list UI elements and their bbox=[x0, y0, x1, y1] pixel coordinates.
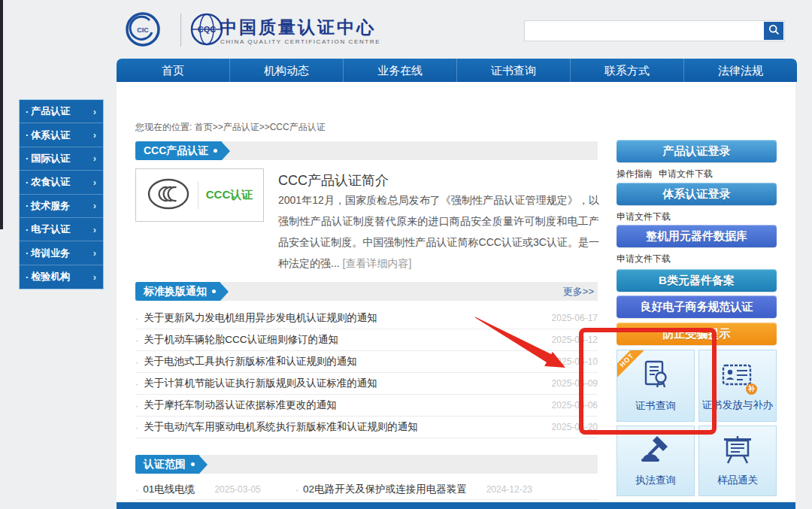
cic-logo-text: CIC bbox=[137, 26, 149, 34]
card-label: 证书发放与补办 bbox=[702, 398, 774, 412]
bullet: · bbox=[135, 484, 138, 495]
section-band-ccc: CCC产品认证 bbox=[135, 141, 598, 160]
section-band-notices: 标准换版通知 更多>> bbox=[135, 282, 598, 301]
product-cert-login-button[interactable]: 产品认证登录 bbox=[617, 140, 777, 162]
chevron-right-icon: › bbox=[93, 106, 96, 117]
search-button[interactable] bbox=[764, 22, 783, 40]
operation-guide-link[interactable]: 操作指南 bbox=[617, 168, 653, 180]
sidebar-item-label: 农食认证 bbox=[31, 175, 92, 189]
display-board-icon bbox=[721, 435, 754, 468]
chevron-right-icon: › bbox=[93, 129, 96, 141]
b-class-component-button[interactable]: B类元器件备案 bbox=[617, 269, 777, 292]
more-link[interactable]: 更多>> bbox=[563, 285, 594, 298]
bullet: · bbox=[295, 484, 298, 495]
notice-title: 关于摩托车制动器认证依据标准更改的通知 bbox=[144, 398, 545, 412]
notice-row[interactable]: · 关于计算机节能认证执行新版规则及认证标准的通知 2025-06-09 bbox=[135, 373, 598, 395]
chevron-right-icon: › bbox=[93, 200, 96, 211]
download-link[interactable]: 申请文件下载 bbox=[659, 168, 713, 180]
logo-divider bbox=[180, 14, 181, 47]
notice-row[interactable]: · 关于摩托车制动器认证依据标准更改的通知 2025-06-06 bbox=[135, 395, 598, 417]
ccc-mark-caption: CCC认证 bbox=[206, 188, 253, 202]
section-tab-ccc[interactable]: CCC产品认证 bbox=[135, 141, 222, 160]
sidebar-item-agrifood-cert[interactable]: · 农食认证 › bbox=[20, 171, 103, 194]
scope-title: 02电路开关及保护或连接用电器装置 bbox=[303, 483, 467, 496]
ccc-mark-icon bbox=[147, 177, 190, 214]
card-label: 证书查询 bbox=[635, 399, 676, 413]
screen-edge-artifact bbox=[0, 0, 3, 229]
cert-issue-reissue-card[interactable]: 补 证书发放与补办 bbox=[698, 350, 777, 422]
section-tab-scope[interactable]: 认证范围 bbox=[135, 455, 199, 474]
nav-item-online[interactable]: 业务在线 bbox=[344, 59, 457, 82]
notice-title: 关于计算机节能认证执行新版规则及认证标准的通知 bbox=[144, 377, 545, 390]
law-enforcement-query-card[interactable]: 执法查询 bbox=[617, 426, 695, 496]
bullet: · bbox=[135, 313, 138, 324]
nav-item-news[interactable]: 机构动态 bbox=[230, 59, 344, 82]
scope-item[interactable]: · 02电路开关及保护或连接用电器装置 2024-12-23 bbox=[295, 483, 532, 496]
scope-date: 2025-03-05 bbox=[214, 484, 260, 495]
detail-link[interactable]: [查看详细内容] bbox=[343, 257, 412, 269]
section-band-scope: 认证范围 bbox=[135, 455, 598, 474]
nav-item-contact[interactable]: 联系方式 bbox=[571, 59, 684, 82]
tab-dot bbox=[212, 289, 216, 293]
sidebar-item-tech-service[interactable]: · 技术服务 › bbox=[20, 195, 103, 218]
cert-query-card[interactable]: HOT 证书查询 bbox=[617, 350, 695, 422]
nav-item-home[interactable]: 首页 bbox=[117, 59, 230, 82]
nav-item-law[interactable]: 法律法规 bbox=[684, 59, 797, 82]
left-sidebar: · 产品认证 › · 体系认证 › · 国际认证 › · 农食认证 › · 技术… bbox=[19, 99, 104, 289]
notice-row[interactable]: · 关于电池式工具执行新版标准和认证规则的通知 2025-06-10 bbox=[135, 351, 598, 373]
bullet: · bbox=[135, 378, 138, 389]
page: CIC CQC 中国质量认证中心 CHINA QUALITY CERTIFICA… bbox=[0, 0, 812, 509]
scope-item[interactable]: · 01电线电缆 2025-03-05 bbox=[135, 483, 261, 496]
fraud-alert-button[interactable]: 防止受骗提示 bbox=[617, 323, 777, 345]
sample-customs-card[interactable]: 样品通关 bbox=[698, 426, 777, 496]
notice-row[interactable]: · 关于更新风力发电机组用异步发电机认证规则的通知 2025-06-17 bbox=[135, 308, 598, 329]
bullet: · bbox=[135, 356, 138, 368]
sidebar-item-inspection[interactable]: · 检验机构 › bbox=[20, 265, 103, 289]
chevron-right-icon: › bbox=[93, 247, 96, 259]
breadcrumb: 您现在的位置: 首页>>产品认证>>CCC产品认证 bbox=[135, 121, 326, 134]
sidebar-item-product-cert[interactable]: · 产品认证 › bbox=[20, 100, 103, 123]
download-link[interactable]: 申请文件下载 bbox=[617, 211, 671, 223]
section-tab-label: 标准换版通知 bbox=[144, 285, 207, 298]
system-cert-login-button[interactable]: 体系认证登录 bbox=[617, 183, 777, 205]
notice-date: 2025-05-20 bbox=[552, 422, 598, 432]
sidebar-item-label: 培训业务 bbox=[31, 247, 92, 260]
notice-title: 关于机动车辆轮胎CCC认证细则修订的通知 bbox=[144, 333, 545, 347]
download-link[interactable]: 申请文件下载 bbox=[617, 253, 671, 265]
divider bbox=[198, 182, 198, 209]
bullet: · bbox=[26, 200, 29, 211]
site-subtitle: CHINA QUALITY CERTIFICATION CENTRE bbox=[220, 38, 380, 45]
notice-title: 关于电池式工具执行新版标准和认证规则的通知 bbox=[144, 355, 545, 368]
sidebar-item-label: 国际认证 bbox=[31, 152, 92, 165]
search-input[interactable] bbox=[528, 21, 761, 41]
tab-dot bbox=[191, 462, 195, 466]
scope-date: 2024-12-23 bbox=[486, 484, 532, 495]
component-db-button[interactable]: 整机用元器件数据库 bbox=[617, 225, 777, 247]
nav-item-cert-query[interactable]: 证书查询 bbox=[457, 59, 571, 82]
notice-row[interactable]: · 关于电动汽车用驱动电机系统执行新版标准和认证规则的通知 2025-05-20 bbox=[135, 417, 598, 438]
card-label: 样品通关 bbox=[717, 474, 758, 487]
sidebar-item-training[interactable]: · 培训业务 › bbox=[20, 241, 103, 265]
intro-body: 2001年12月，国家质检总局发布了《强制性产品认证管理规定》，以强制性产品认证… bbox=[278, 189, 599, 274]
ecommerce-cert-button[interactable]: 良好电子商务规范认证 bbox=[617, 295, 777, 318]
sidebar-item-e-cert[interactable]: · 电子认证 › bbox=[20, 218, 103, 241]
notice-title: 关于更新风力发电机组用异步发电机认证规则的通知 bbox=[144, 311, 545, 325]
card-label: 执法查询 bbox=[635, 474, 676, 487]
notice-row[interactable]: · 关于机动车辆轮胎CCC认证细则修订的通知 2025-06-12 bbox=[135, 329, 598, 351]
bullet: · bbox=[26, 153, 29, 164]
main-nav: 首页 机构动态 业务在线 证书查询 联系方式 法律法规 bbox=[117, 59, 797, 82]
scope-title: 01电线电缆 bbox=[143, 483, 195, 496]
cic-logo: CIC bbox=[125, 11, 161, 47]
sidebar-item-intl-cert[interactable]: · 国际认证 › bbox=[20, 147, 103, 171]
notice-date: 2025-06-06 bbox=[552, 400, 598, 411]
sidebar-item-system-cert[interactable]: · 体系认证 › bbox=[20, 123, 103, 147]
section-tab-label: 认证范围 bbox=[144, 458, 186, 471]
sidebar-item-label: 电子认证 bbox=[31, 223, 92, 236]
site-title: 中国质量认证中心 bbox=[220, 16, 376, 39]
bullet: · bbox=[26, 247, 29, 259]
sidebar-item-label: 检验机构 bbox=[31, 270, 92, 283]
bullet: · bbox=[26, 106, 29, 117]
certificate-issue-icon: 补 bbox=[721, 360, 754, 393]
section-tab-notices[interactable]: 标准换版通知 bbox=[135, 282, 220, 301]
bullet: · bbox=[135, 335, 138, 346]
